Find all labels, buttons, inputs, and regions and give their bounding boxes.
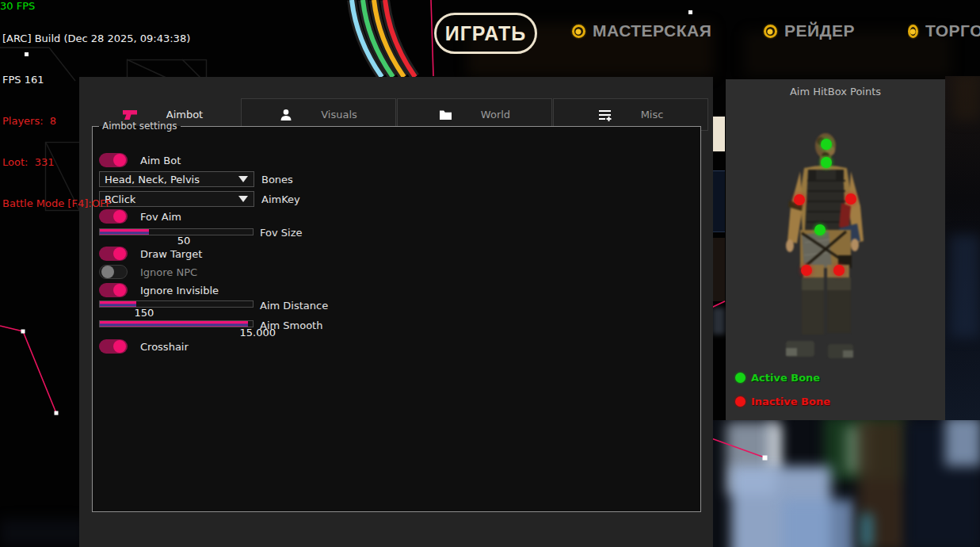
slider-fill (100, 321, 248, 327)
toggle-knob (101, 266, 114, 278)
hitbox-panel: Aim HitBox Points (726, 79, 945, 420)
aim-distance-label: Aim Distance (260, 300, 328, 312)
hitbox-point-left-arm (794, 194, 805, 205)
coin-icon (572, 25, 585, 38)
person-icon (280, 109, 292, 121)
menu-item-raider[interactable]: РЕЙДЕР (764, 21, 855, 40)
hitbox-point-left-thigh (801, 265, 812, 276)
ignore-invisible-label: Ignore Invisible (140, 285, 219, 296)
menu-item-label: МАСТЕРСКАЯ (593, 21, 711, 40)
players-label: Players: 8 (2, 115, 190, 127)
slider-fill (100, 301, 136, 307)
bg-ui-fragment (712, 238, 725, 301)
hitbox-point-neck (821, 157, 832, 168)
menu-item-label: РЕЙДЕР (784, 21, 855, 40)
aim-distance-slider[interactable] (99, 300, 254, 308)
legend-inactive-bone: Inactive Bone (735, 396, 830, 407)
hitbox-point-head (821, 139, 832, 150)
hitbox-point-right-thigh (833, 265, 845, 276)
ignore-invisible-toggle[interactable] (99, 283, 128, 297)
menu-item-torg[interactable]: ТОРГО (908, 21, 980, 40)
toggle-knob (113, 284, 126, 296)
ignore-npc-toggle[interactable] (99, 265, 128, 279)
bg-ui-fragment (712, 170, 725, 232)
toggle-knob (113, 340, 126, 353)
aim-smooth-value: 15.000 (239, 327, 276, 339)
legend-label: Active Bone (751, 372, 820, 384)
bg-ui-fragment (712, 308, 725, 335)
inactive-bone-dot-icon (735, 396, 745, 407)
bg-bottom-right-scene (709, 420, 980, 547)
tab-label: Visuals (321, 109, 357, 120)
chevron-down-icon (238, 196, 248, 202)
aim-distance-value: 150 (128, 307, 160, 319)
loot-label: Loot: 331 (2, 156, 190, 168)
crosshair-toggle[interactable] (99, 339, 128, 354)
hitbox-point-right-arm (845, 193, 856, 205)
aimkey-label: AimKey (261, 193, 300, 205)
fps-label: FPS 161 (2, 74, 190, 86)
draw-target-label: Draw Target (140, 248, 202, 260)
tab-label: World (481, 109, 510, 120)
bg-corner-blob (0, 519, 87, 547)
draw-target-toggle[interactable] (99, 247, 128, 261)
active-bone-dot-icon (735, 373, 745, 383)
battle-mode-label: Battle Mode [F4]:OFF (2, 197, 190, 209)
bones-label: Bones (261, 174, 293, 186)
coin-icon (764, 25, 777, 38)
toggle-knob (113, 247, 126, 260)
rainbow-stripes (341, 0, 444, 77)
folder-icon (439, 109, 452, 120)
menu-item-label: ТОРГО (925, 21, 980, 40)
fov-size-label: Fov Size (260, 227, 302, 239)
stats-overlay: [ARC] Build (Dec 28 2025, 09:43:38) FPS … (2, 9, 190, 239)
playlist-add-icon (598, 109, 612, 121)
coin-icon (908, 25, 918, 38)
play-button[interactable]: ИГРАТЬ (434, 13, 537, 54)
screen: 30 FPS [ARC] Build (Dec 28 2025, 09:43:3… (0, 0, 980, 547)
bg-right-strip (945, 76, 980, 420)
crosshair-row: Crosshair (99, 339, 189, 354)
menu-item-masterskaya[interactable]: МАСТЕРСКАЯ (572, 21, 711, 40)
ignore-npc-row: Ignore NPC (99, 265, 197, 279)
tab-label: Misc (641, 109, 664, 120)
chevron-down-icon (238, 176, 248, 182)
character-model (726, 79, 945, 420)
ignore-npc-label: Ignore NPC (140, 266, 197, 278)
draw-target-row: Draw Target (99, 247, 202, 261)
legend-label: Inactive Bone (751, 396, 830, 407)
hitbox-point-pelvis (814, 224, 826, 235)
legend-active-bone: Active Bone (735, 372, 820, 384)
aim-smooth-slider[interactable] (99, 320, 254, 327)
bg-ui-fragment (712, 117, 725, 151)
ignore-invisible-row: Ignore Invisible (99, 283, 219, 297)
build-label: [ARC] Build (Dec 28 2025, 09:43:38) (2, 33, 190, 44)
crosshair-label: Crosshair (140, 341, 189, 353)
fps-counter: 30 FPS (0, 0, 35, 12)
